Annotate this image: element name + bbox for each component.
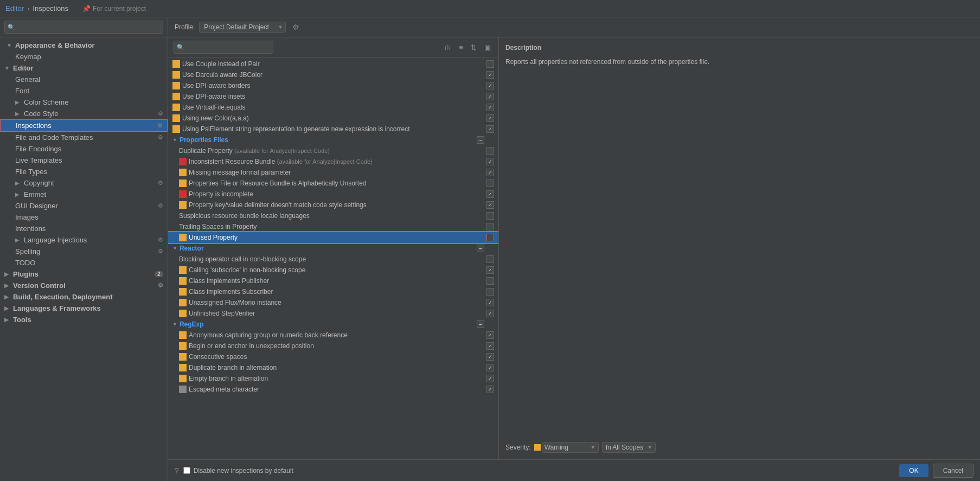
profile-gear-button[interactable]: ⚙ bbox=[290, 22, 302, 33]
sidebar-item-font[interactable]: Font bbox=[0, 85, 168, 97]
row-checkbox[interactable] bbox=[486, 179, 494, 187]
row-checkbox[interactable] bbox=[486, 223, 494, 230]
severity-select[interactable]: Warning Error Weak Warning Info bbox=[542, 442, 599, 453]
sidebar-item-tools[interactable]: ▶ Tools bbox=[0, 314, 168, 325]
sidebar-item-code-style[interactable]: ▶ Code Style ⚙ bbox=[0, 108, 168, 119]
group-checkbox[interactable]: – bbox=[477, 320, 484, 328]
row-checkbox[interactable] bbox=[486, 190, 494, 198]
table-row[interactable]: Blocking operator call in non-blocking s… bbox=[168, 254, 498, 265]
sidebar-item-languages[interactable]: ▶ Languages & Frameworks bbox=[0, 303, 168, 314]
help-button[interactable]: ? bbox=[175, 466, 179, 475]
row-checkbox[interactable] bbox=[486, 169, 494, 176]
sidebar-item-general[interactable]: General bbox=[0, 74, 168, 85]
sidebar-item-file-code-templates[interactable]: File and Code Templates ⚙ bbox=[0, 132, 168, 143]
table-row[interactable]: Begin or end anchor in unexpected positi… bbox=[168, 341, 498, 351]
group-checkbox[interactable]: – bbox=[477, 136, 484, 144]
table-row[interactable]: Using PsiElement string representation t… bbox=[168, 124, 498, 134]
table-row[interactable]: Use Darcula aware JBColor bbox=[168, 69, 498, 80]
sidebar-item-images[interactable]: Images bbox=[0, 211, 168, 223]
sidebar-item-emmet[interactable]: ▶ Emmet bbox=[0, 189, 168, 200]
row-checkbox[interactable] bbox=[486, 342, 494, 350]
sidebar-search-input[interactable] bbox=[4, 21, 163, 34]
sidebar-item-live-templates[interactable]: Live Templates bbox=[0, 155, 168, 166]
sort-button[interactable]: ≡ bbox=[457, 42, 465, 53]
sidebar-item-build[interactable]: ▶ Build, Execution, Deployment bbox=[0, 291, 168, 303]
sidebar-item-version-control[interactable]: ▶ Version Control ⚙ bbox=[0, 280, 168, 291]
table-row[interactable]: Use DPI-aware borders bbox=[168, 80, 498, 91]
row-checkbox[interactable] bbox=[486, 234, 494, 241]
row-checkbox[interactable] bbox=[486, 125, 494, 133]
group-button[interactable]: ⇅ bbox=[469, 42, 479, 53]
row-checkbox[interactable] bbox=[486, 386, 494, 393]
table-row[interactable]: Property key/value delimiter doesn't mat… bbox=[168, 200, 498, 210]
row-checkbox[interactable] bbox=[486, 158, 494, 165]
table-row[interactable]: Missing message format parameter bbox=[168, 167, 498, 178]
sidebar-item-editor[interactable]: ▼ Editor bbox=[0, 62, 168, 74]
group-checkbox[interactable]: – bbox=[477, 245, 484, 252]
table-row[interactable]: Inconsistent Resource Bundle (available … bbox=[168, 156, 498, 167]
filter-button[interactable]: ⫙ bbox=[442, 42, 453, 53]
table-row[interactable]: Use DPI-aware insets bbox=[168, 91, 498, 102]
row-checkbox[interactable] bbox=[486, 331, 494, 339]
table-row[interactable]: Anonymous capturing group or numeric bac… bbox=[168, 330, 498, 341]
table-row[interactable]: Calling 'subscribe' in non-blocking scop… bbox=[168, 265, 498, 275]
table-row[interactable]: Using new Color(a,a,a) bbox=[168, 113, 498, 124]
row-checkbox[interactable] bbox=[486, 104, 494, 111]
row-checkbox[interactable] bbox=[486, 147, 494, 155]
table-row[interactable]: Properties File or Resource Bundle is Al… bbox=[168, 178, 498, 189]
row-checkbox[interactable] bbox=[486, 375, 494, 382]
row-checkbox[interactable] bbox=[486, 266, 494, 274]
row-checkbox[interactable] bbox=[486, 82, 494, 89]
sidebar-item-inspections[interactable]: Inspections ⚙ bbox=[0, 119, 168, 132]
table-row[interactable]: Use Couple instead of Pair bbox=[168, 59, 498, 69]
table-row[interactable]: Trailing Spaces in Property bbox=[168, 221, 498, 232]
group-header-regexp[interactable]: ▼ RegExp – bbox=[168, 319, 498, 330]
row-checkbox[interactable] bbox=[486, 364, 494, 371]
table-row[interactable]: Consecutive spaces bbox=[168, 351, 498, 362]
sidebar-item-spelling[interactable]: Spelling ⚙ bbox=[0, 246, 168, 257]
table-row[interactable]: Use VirtualFile.equals bbox=[168, 102, 498, 113]
row-checkbox[interactable] bbox=[486, 353, 494, 361]
table-row[interactable]: Duplicate Property (available for Analyz… bbox=[168, 145, 498, 156]
ok-button[interactable]: OK bbox=[899, 464, 928, 477]
row-checkbox[interactable] bbox=[486, 277, 494, 285]
profile-select[interactable]: Project Default Project bbox=[199, 22, 286, 33]
sidebar-item-file-encodings[interactable]: File Encodings bbox=[0, 143, 168, 155]
disable-inspections-label[interactable]: Disable new inspections by default bbox=[183, 467, 293, 474]
scope-select[interactable]: In All Scopes bbox=[602, 442, 656, 453]
table-row[interactable]: Suspicious resource bundle locale langua… bbox=[168, 210, 498, 221]
sidebar-item-appearance[interactable]: ▼ Appearance & Behavior bbox=[0, 40, 168, 51]
row-checkbox[interactable] bbox=[486, 201, 494, 209]
sidebar-item-keymap[interactable]: Keymap bbox=[0, 51, 168, 62]
table-row-unused-property[interactable]: Unused Property bbox=[168, 232, 498, 243]
table-row[interactable]: Empty branch in alternation bbox=[168, 373, 498, 384]
sidebar-item-color-scheme[interactable]: ▶ Color Scheme bbox=[0, 97, 168, 108]
row-checkbox[interactable] bbox=[486, 299, 494, 306]
table-row[interactable]: Unassigned Flux/Mono instance bbox=[168, 297, 498, 308]
row-checkbox[interactable] bbox=[486, 93, 494, 100]
row-checkbox[interactable] bbox=[486, 255, 494, 263]
row-checkbox[interactable] bbox=[486, 71, 494, 79]
table-row[interactable]: Property is incomplete bbox=[168, 189, 498, 200]
sidebar-item-plugins[interactable]: ▶ Plugins 2 bbox=[0, 268, 168, 280]
table-row[interactable]: Duplicate branch in alternation bbox=[168, 362, 498, 373]
table-row[interactable]: Unfinished StepVerifier bbox=[168, 308, 498, 319]
table-row[interactable]: Class implements Publisher bbox=[168, 275, 498, 286]
inspection-search-input[interactable] bbox=[174, 41, 273, 54]
sidebar-item-intentions[interactable]: Intentions bbox=[0, 223, 168, 234]
table-row[interactable]: Class implements Subscriber bbox=[168, 286, 498, 297]
sidebar-item-gui-designer[interactable]: GUI Designer ⚙ bbox=[0, 200, 168, 211]
row-checkbox[interactable] bbox=[486, 114, 494, 122]
group-header-properties[interactable]: ▼ Properties Files – bbox=[168, 134, 498, 145]
sidebar-item-file-types[interactable]: File Types bbox=[0, 166, 168, 177]
expand-button[interactable]: ▣ bbox=[482, 42, 493, 53]
row-checkbox[interactable] bbox=[486, 288, 494, 296]
sidebar-item-language-injections[interactable]: ▶ Language Injections ⚙ bbox=[0, 234, 168, 246]
cancel-button[interactable]: Cancel bbox=[933, 464, 973, 478]
row-checkbox[interactable] bbox=[486, 60, 494, 68]
table-row[interactable]: Escaped meta character bbox=[168, 384, 498, 395]
row-checkbox[interactable] bbox=[486, 310, 494, 317]
row-checkbox[interactable] bbox=[486, 212, 494, 220]
breadcrumb-editor[interactable]: Editor bbox=[5, 4, 24, 12]
disable-inspections-checkbox[interactable] bbox=[183, 467, 190, 474]
